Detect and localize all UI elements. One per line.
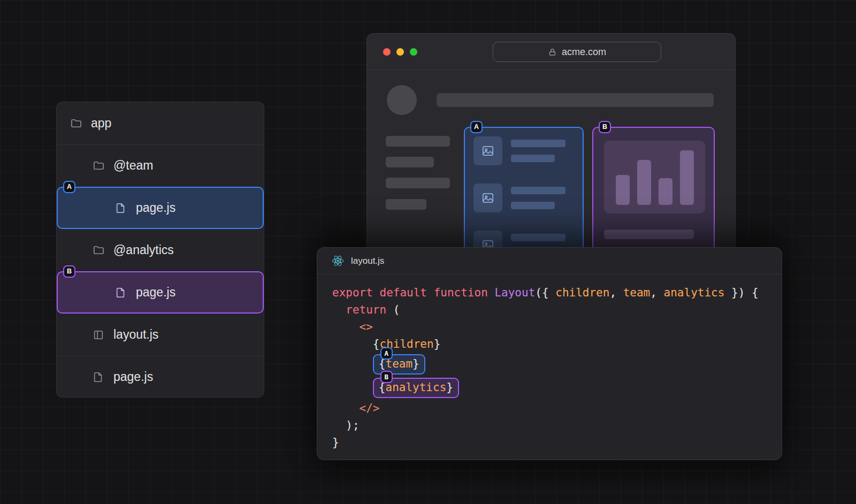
tree-item-app[interactable]: app [57, 102, 264, 144]
chart-bar [659, 178, 672, 205]
skeleton-bar [386, 199, 426, 210]
tree-item-team[interactable]: @team [57, 144, 264, 187]
code-line: {children} [332, 335, 782, 353]
skeleton-header-bar [437, 93, 714, 107]
team-slot-highlight: A{team} [373, 354, 425, 374]
tree-item-label: layout.js [113, 327, 158, 342]
code-token: { [373, 338, 380, 350]
skeleton-bar [604, 230, 694, 239]
code-token: analytics [386, 380, 447, 395]
folder-icon [92, 159, 105, 172]
tree-item-label: page.js [136, 285, 175, 300]
close-button[interactable] [383, 48, 391, 56]
tree-item-root-page[interactable]: page.js [57, 356, 264, 398]
code-token [332, 338, 373, 350]
canvas: { "labels": { "a": "A", "b": "B" }, "fil… [0, 0, 856, 504]
chart-bar [680, 150, 694, 205]
code-line: <> [332, 318, 782, 335]
list-item [473, 136, 565, 165]
slot-b-badge: B [599, 121, 611, 133]
traffic-lights [383, 48, 417, 56]
code-token: , [650, 286, 663, 299]
skeleton-bar [386, 178, 450, 188]
code-token: children [555, 286, 609, 299]
code-line: } [332, 434, 782, 451]
slot-b-badge: B [63, 265, 75, 278]
chart-bar [616, 175, 630, 205]
code-token: team [623, 286, 651, 299]
code-token [332, 356, 373, 373]
code-token: export default function [332, 286, 494, 299]
code-token: </> [360, 402, 380, 415]
tree-item-label: @team [113, 158, 153, 173]
tree-item-analytics[interactable]: @analytics [57, 229, 264, 271]
code-token: ({ [535, 286, 555, 299]
skeleton-bar [511, 202, 555, 209]
tree-item-label: page.js [136, 201, 175, 215]
folder-icon [70, 117, 82, 130]
react-icon [332, 255, 344, 267]
code-line: return ( [332, 301, 782, 318]
skeleton-bar [511, 187, 565, 194]
code-token: ); [346, 419, 359, 432]
code-token: Layout [494, 286, 535, 299]
code-token: }) { [724, 286, 758, 299]
slot-a-badge: A [63, 181, 75, 193]
code-token [332, 419, 346, 432]
code-file-title: layout.js [351, 256, 384, 266]
slot-a-badge: A [470, 121, 483, 133]
code-token [332, 320, 360, 333]
code-token: } [332, 436, 339, 449]
layout-icon [92, 329, 105, 341]
tree-item-team-page[interactable]: A page.js [57, 187, 264, 229]
folder-icon [92, 244, 105, 257]
code-token [332, 402, 360, 415]
code-token [332, 379, 373, 396]
url-bar[interactable]: acme.com [493, 42, 661, 62]
minimize-button[interactable] [396, 48, 404, 56]
code-line: A{team} [332, 353, 782, 376]
analytics-slot-highlight: B{analytics} [373, 378, 459, 398]
skeleton-bar [511, 234, 565, 241]
file-icon [114, 202, 127, 215]
chart-bar [637, 160, 651, 205]
file-icon [114, 286, 127, 299]
code-token: } [446, 380, 453, 395]
code-token: } [434, 338, 441, 350]
lock-icon [548, 48, 557, 57]
skeleton-bar [511, 140, 565, 147]
slot-a-badge: A [380, 347, 393, 360]
code-token: } [412, 357, 419, 371]
code-token: ( [386, 303, 400, 316]
code-line: B{analytics} [332, 376, 782, 400]
skeleton-bar [511, 155, 555, 162]
list-item [473, 184, 565, 212]
file-icon [92, 371, 105, 384]
tree-item-label: app [91, 116, 111, 131]
browser-header: acme.com [367, 34, 735, 70]
skeleton-bar [386, 157, 434, 167]
code-token: return [346, 303, 386, 316]
avatar [387, 85, 417, 115]
code-line: </> [332, 400, 782, 417]
image-placeholder [473, 184, 502, 212]
code-token [332, 303, 346, 316]
code-line: export default function Layout({ childre… [332, 284, 782, 301]
url-text: acme.com [562, 47, 606, 58]
code-token: , [609, 286, 623, 299]
chart-placeholder [604, 141, 705, 213]
file-tree-panel: app @team A page.js @analytics B page.js… [56, 102, 264, 398]
code-panel: layout.js export default function Layout… [317, 247, 782, 460]
code-token: <> [360, 320, 373, 333]
tree-item-layout[interactable]: layout.js [57, 314, 264, 356]
maximize-button[interactable] [410, 48, 417, 56]
code-token: analytics [664, 286, 725, 299]
image-placeholder [473, 136, 502, 165]
tree-item-analytics-page[interactable]: B page.js [57, 271, 264, 314]
tree-item-label: page.js [113, 370, 153, 384]
skeleton-bar [386, 136, 450, 147]
tree-item-label: @analytics [113, 243, 174, 257]
code-line: ); [332, 417, 782, 434]
code-panel-header: layout.js [317, 248, 782, 274]
slot-b-badge: B [380, 371, 393, 383]
